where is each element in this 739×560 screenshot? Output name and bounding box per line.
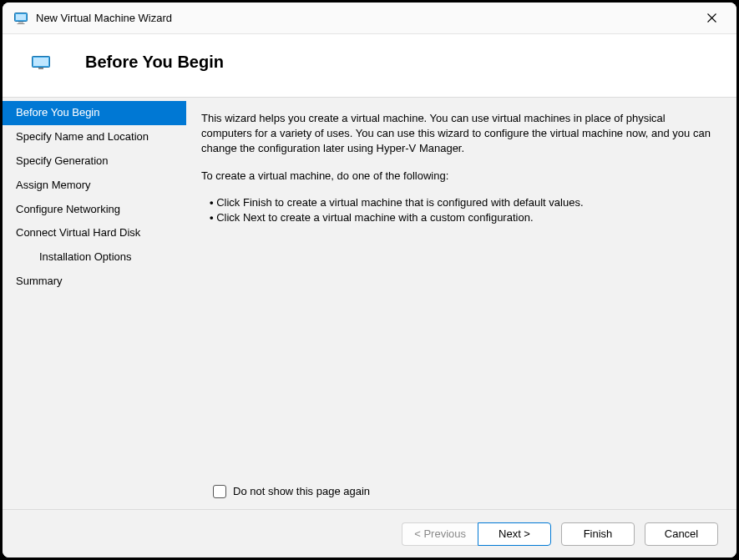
previous-button: < Previous: [402, 522, 478, 546]
wizard-step[interactable]: Connect Virtual Hard Disk: [3, 221, 186, 245]
wizard-step[interactable]: Before You Begin: [3, 101, 186, 125]
wizard-step[interactable]: Configure Networking: [3, 198, 186, 222]
instruction-item: Click Next to create a virtual machine w…: [210, 210, 716, 225]
wizard-step[interactable]: Installation Options: [3, 245, 186, 270]
cancel-button[interactable]: Cancel: [645, 522, 718, 546]
svg-rect-2: [18, 22, 23, 23]
wizard-body: Before You BeginSpecify Name and Locatio…: [3, 98, 736, 509]
hyperv-header-icon: [32, 56, 50, 69]
next-button[interactable]: Next >: [478, 522, 551, 546]
wizard-window: New Virtual Machine Wizard Before You Be…: [3, 3, 736, 557]
wizard-step[interactable]: Summary: [3, 270, 186, 294]
dont-show-again-checkbox[interactable]: [213, 485, 226, 498]
instruction-list: Click Finish to create a virtual machine…: [210, 195, 716, 225]
wizard-content: This wizard helps you create a virtual m…: [186, 98, 736, 509]
wizard-step[interactable]: Assign Memory: [3, 174, 186, 198]
hyperv-icon: [14, 12, 28, 25]
wizard-step[interactable]: Specify Name and Location: [3, 125, 186, 149]
instruction-item: Click Finish to create a virtual machine…: [210, 195, 716, 210]
svg-rect-1: [16, 14, 26, 20]
window-title: New Virtual Machine Wizard: [36, 12, 695, 24]
subintro-text: To create a virtual machine, do one of t…: [201, 169, 716, 184]
wizard-steps-sidebar: Before You BeginSpecify Name and Locatio…: [3, 98, 186, 509]
intro-text: This wizard helps you create a virtual m…: [201, 111, 716, 157]
wizard-footer: < Previous Next > Finish Cancel: [3, 509, 736, 557]
wizard-header: Before You Begin: [3, 34, 736, 98]
titlebar: New Virtual Machine Wizard: [3, 3, 736, 34]
wizard-step[interactable]: Specify Generation: [3, 149, 186, 174]
svg-rect-6: [38, 68, 43, 69]
svg-rect-5: [33, 58, 48, 66]
dont-show-again-label: Do not show this page again: [233, 484, 370, 499]
dont-show-again-row[interactable]: Do not show this page again: [201, 484, 716, 499]
svg-rect-3: [18, 23, 25, 24]
page-title: Before You Begin: [85, 53, 224, 72]
close-button[interactable]: [695, 6, 728, 31]
finish-button[interactable]: Finish: [561, 522, 635, 546]
